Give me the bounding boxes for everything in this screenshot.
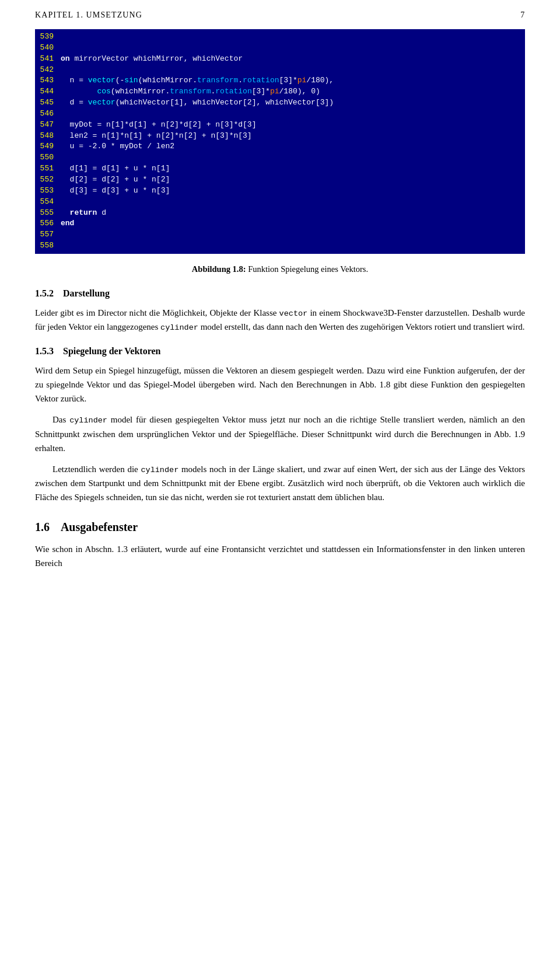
section-152-heading: 1.5.2 Darstellung — [35, 288, 525, 299]
code-line: 547 myDot = n[1]*d[1] + n[2]*d[2] + n[3]… — [35, 120, 525, 131]
page: Kapitel 1. Umsetzung 7 539540541on mirro… — [0, 0, 560, 957]
figure-text: Funktion Spiegelung eines Vektors. — [246, 264, 369, 274]
line-content: d = vector(whichVector[1], whichVector[2… — [56, 97, 334, 109]
code-line: 557 — [35, 229, 525, 240]
section-153-number: 1.5.3 — [35, 346, 54, 356]
section-16-number: 1.6 — [35, 521, 50, 533]
line-number: 541 — [35, 54, 56, 65]
line-content — [56, 152, 61, 163]
line-content — [56, 240, 61, 252]
line-number: 553 — [35, 186, 56, 197]
section-152-title: Darstellung — [63, 288, 110, 298]
line-number: 556 — [35, 218, 56, 229]
code-block: 539540541on mirrorVector whichMirror, wh… — [35, 29, 525, 254]
line-content: d[3] = d[3] + u * n[3] — [56, 186, 170, 197]
line-content: on mirrorVector whichMirror, whichVector — [56, 54, 243, 65]
section-16-title: Ausgabefenster — [61, 521, 138, 533]
line-content — [56, 197, 61, 208]
section-16: 1.6 Ausgabefenster Wie schon in Abschn. … — [35, 521, 525, 570]
section-153-para-3: Letztendlich werden die cylinder models … — [35, 462, 525, 505]
code-line: 546 — [35, 109, 525, 120]
code-line: 553 d[3] = d[3] + u * n[3] — [35, 186, 525, 197]
code-line: 542 — [35, 65, 525, 76]
chapter-title: Kapitel 1. Umsetzung — [35, 11, 142, 20]
code-line: 544 cos(whichMirror.transform.rotation[3… — [35, 86, 525, 97]
line-content — [56, 109, 61, 120]
line-number: 539 — [35, 32, 56, 43]
line-content: myDot = n[1]*d[1] + n[2]*d[2] + n[3]*d[3… — [56, 120, 256, 131]
code-line: 549 u = -2.0 * myDot / len2 — [35, 141, 525, 152]
code-line: 551 d[1] = d[1] + u * n[1] — [35, 163, 525, 174]
line-content: u = -2.0 * myDot / len2 — [56, 141, 174, 152]
line-content: d[2] = d[2] + u * n[2] — [56, 174, 170, 186]
code-line: 555 return d — [35, 208, 525, 219]
code-line: 554 — [35, 197, 525, 208]
section-152-number: 1.5.2 — [35, 288, 54, 298]
line-number: 554 — [35, 197, 56, 208]
figure-label: Abbildung 1.8: — [192, 264, 246, 274]
code-line: 545 d = vector(whichVector[1], whichVect… — [35, 97, 525, 109]
line-content: len2 = n[1]*n[1] + n[2]*n[2] + n[3]*n[3] — [56, 131, 252, 142]
line-number: 551 — [35, 163, 56, 174]
line-content — [56, 229, 61, 240]
figure-caption: Abbildung 1.8: Funktion Spiegelung eines… — [35, 264, 525, 274]
section-153: 1.5.3 Spiegelung der Vektoren Wird dem S… — [35, 346, 525, 504]
section-153-para-2: Das cylinder model für diesen gespiegelt… — [35, 413, 525, 455]
line-number: 552 — [35, 174, 56, 186]
code-line: 543 n = vector(-sin(whichMirror.transfor… — [35, 75, 525, 86]
line-content: return d — [56, 208, 106, 219]
line-number: 555 — [35, 208, 56, 219]
line-number: 543 — [35, 75, 56, 86]
code-line: 539 — [35, 32, 525, 43]
line-number: 550 — [35, 152, 56, 163]
code-line: 556end — [35, 218, 525, 229]
section-153-para-1: Wird dem Setup ein Spiegel hinzugefügt, … — [35, 364, 525, 406]
code-line: 548 len2 = n[1]*n[1] + n[2]*n[2] + n[3]*… — [35, 131, 525, 142]
page-number: 7 — [520, 11, 525, 20]
line-content — [56, 43, 61, 54]
section-153-title: Spiegelung der Vektoren — [63, 346, 160, 356]
code-line: 541on mirrorVector whichMirror, whichVec… — [35, 54, 525, 65]
line-number: 557 — [35, 229, 56, 240]
section-153-heading: 1.5.3 Spiegelung der Vektoren — [35, 346, 525, 357]
line-number: 549 — [35, 141, 56, 152]
line-content: d[1] = d[1] + u * n[1] — [56, 163, 170, 174]
code-line: 558 — [35, 240, 525, 252]
line-number: 545 — [35, 97, 56, 109]
line-number: 547 — [35, 120, 56, 131]
line-content: n = vector(-sin(whichMirror.transform.ro… — [56, 75, 334, 86]
line-number: 542 — [35, 65, 56, 76]
code-line: 550 — [35, 152, 525, 163]
line-number: 558 — [35, 240, 56, 252]
section-152: 1.5.2 Darstellung Leider gibt es im Dire… — [35, 288, 525, 334]
line-number: 548 — [35, 131, 56, 142]
line-number: 546 — [35, 109, 56, 120]
line-number: 540 — [35, 43, 56, 54]
section-152-para-1: Leider gibt es im Director nicht die Mög… — [35, 306, 525, 334]
page-header: Kapitel 1. Umsetzung 7 — [35, 0, 525, 23]
line-content — [56, 32, 61, 43]
line-content — [56, 65, 61, 76]
section-16-para-1: Wie schon in Abschn. 1.3 erläutert, wurd… — [35, 542, 525, 570]
line-content: cos(whichMirror.transform.rotation[3]*pi… — [56, 86, 320, 97]
code-line: 540 — [35, 43, 525, 54]
line-number: 544 — [35, 86, 56, 97]
code-line: 552 d[2] = d[2] + u * n[2] — [35, 174, 525, 186]
line-content: end — [56, 218, 74, 229]
section-16-heading: 1.6 Ausgabefenster — [35, 521, 525, 534]
